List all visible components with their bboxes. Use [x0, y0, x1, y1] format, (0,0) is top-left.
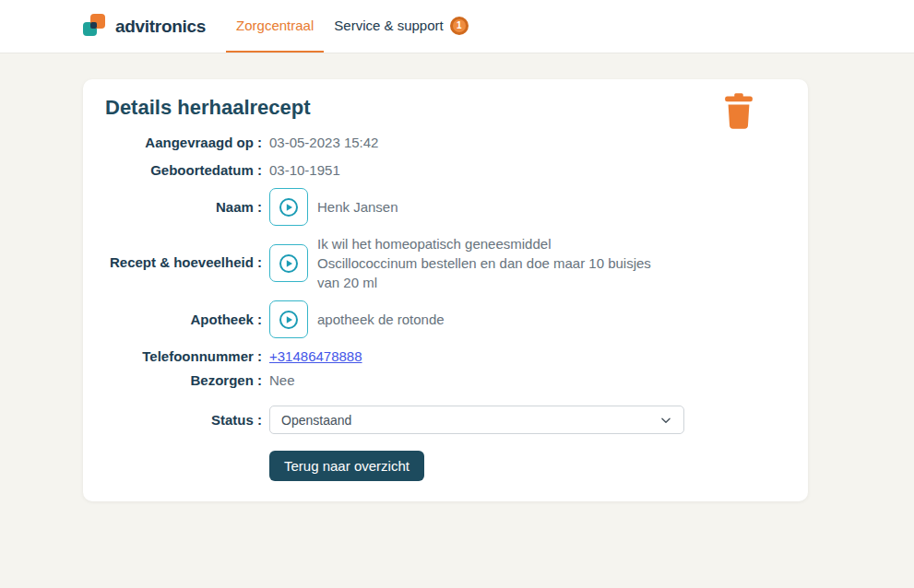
nav-item-service-support[interactable]: Service & support 1	[324, 0, 478, 53]
chevron-down-icon	[659, 414, 672, 427]
nav-item-service-support-label: Service & support	[334, 18, 443, 33]
field-value-group: Henk Jansen	[269, 188, 398, 226]
play-audio-naam-button[interactable]	[269, 188, 308, 226]
field-label: Geboortedatum :	[105, 160, 262, 180]
field-value: Nee	[269, 370, 295, 390]
field-value: Henk Jansen	[317, 197, 398, 217]
status-select[interactable]: Openstaand	[269, 406, 684, 434]
page-title: Details herhaalrecept	[105, 96, 786, 120]
field-label: Telefoonnummer :	[105, 347, 262, 366]
brand-name: advitronics	[115, 17, 206, 37]
field-row-telefoonnummer: Telefoonnummer : +31486478888	[105, 347, 786, 366]
play-icon	[278, 309, 300, 331]
nav-item-zorgcentraal[interactable]: Zorgcentraal	[226, 0, 324, 53]
card-actions: Terug naar overzicht	[105, 451, 786, 481]
prescription-details-card: Details herhaalrecept Aangevraagd op : 0…	[83, 79, 808, 501]
field-row-bezorgen: Bezorgen : Nee	[105, 370, 786, 390]
field-label: Naam :	[105, 197, 262, 217]
delete-button[interactable]	[721, 92, 756, 131]
field-label: Status :	[105, 410, 262, 429]
play-icon	[278, 253, 300, 275]
field-value: 03-05-2023 15:42	[269, 133, 378, 152]
field-label: Recept & hoeveelheid :	[105, 234, 262, 272]
play-audio-recept-button[interactable]	[269, 244, 308, 282]
field-label: Apotheek :	[105, 310, 262, 329]
field-value: 03-10-1951	[269, 160, 340, 180]
field-row-recept: Recept & hoeveelheid : Ik wil het homeop…	[105, 234, 786, 292]
field-row-naam: Naam : Henk Jansen	[105, 188, 786, 226]
back-to-overview-button[interactable]: Terug naar overzicht	[269, 451, 424, 481]
field-row-aangevraagd: Aangevraagd op : 03-05-2023 15:42	[105, 133, 786, 152]
field-row-status: Status : Openstaand	[105, 406, 786, 434]
top-navigation-bar: advitronics Zorgcentraal Service & suppo…	[0, 0, 914, 53]
main-nav: Zorgcentraal Service & support 1	[226, 0, 479, 53]
field-value: apotheek de rotonde	[317, 310, 445, 329]
phone-number-link[interactable]: +31486478888	[269, 347, 362, 366]
field-value-group: Ik wil het homeopatisch geneesmiddel Osc…	[269, 234, 651, 292]
field-value-group: apotheek de rotonde	[269, 300, 445, 338]
notification-badge: 1	[450, 17, 469, 35]
trash-icon	[721, 92, 756, 131]
nav-item-zorgcentraal-label: Zorgcentraal	[236, 18, 314, 33]
field-label: Aangevraagd op :	[105, 133, 262, 152]
field-row-geboortedatum: Geboortedatum : 03-10-1951	[105, 160, 786, 180]
status-select-value: Openstaand	[281, 413, 351, 428]
page-content: Details herhaalrecept Aangevraagd op : 0…	[0, 53, 914, 501]
field-label: Bezorgen :	[105, 370, 262, 390]
logo-overlap-square	[90, 22, 97, 29]
advitronics-logo-icon	[83, 14, 106, 39]
play-audio-apotheek-button[interactable]	[269, 300, 308, 338]
brand-logo[interactable]: advitronics	[83, 0, 206, 53]
field-value: Ik wil het homeopatisch geneesmiddel Osc…	[317, 234, 651, 292]
field-row-apotheek: Apotheek : apotheek de rotonde	[105, 300, 786, 338]
play-icon	[278, 196, 300, 218]
